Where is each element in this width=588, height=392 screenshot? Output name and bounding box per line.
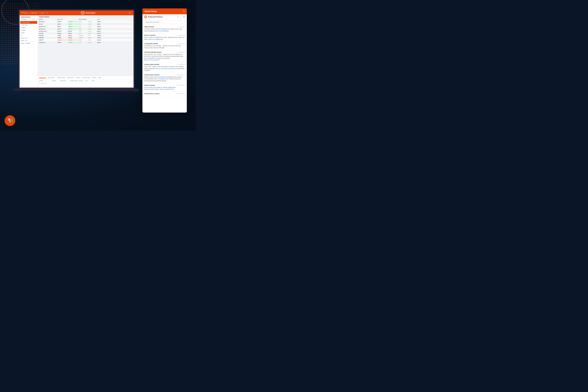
low-val: 2030.41 [97, 42, 105, 43]
sidebar-search[interactable]: 🔍 Search [20, 18, 37, 20]
daily-report-link[interactable]: ⊙ Daily Report [30, 12, 37, 14]
sidebar-item-fx[interactable]: FX [20, 34, 38, 37]
tab-opening-orders[interactable]: Opening Orders [48, 77, 55, 78]
payments-link[interactable]: ⊟ Payments [22, 12, 28, 14]
laptop-screen: ⊟ Payments ⊙ Daily Report ↪ Log Out ⚙ TN… [18, 9, 135, 89]
firehose-bar: Financial Firehose ↗ ⋮ ⚙ [142, 14, 187, 20]
table-row[interactable]: UK 100 7683.9 7686.5 +3.3 +0.02% 7666.0 [38, 23, 134, 26]
change-pct: +0% [88, 35, 97, 36]
tab-account-summary[interactable]: Account Summary [82, 77, 90, 78]
low-val: 17380.7 [97, 21, 105, 22]
more-options-icon[interactable]: ⋮ [180, 16, 182, 18]
table-row[interactable]: Germany 40 17493.0 17493.9 +74.5 +0.43% … [38, 20, 134, 23]
table-row[interactable]: US Tech 100 17907.3 17956.7 +55.2 +0.31%… [38, 28, 134, 30]
sidebar-item-popular-markets[interactable]: Popular Markets [20, 21, 37, 24]
tweet-time: 15 minutes ago [176, 64, 185, 65]
tab-activity-history[interactable]: Activity History [67, 77, 74, 78]
tweet-meta: Seeking Alpha tweeted 15 minutes ago [144, 64, 185, 65]
tweet-item-seeking-alpha[interactable]: Seeking Alpha tweeted 15 minutes ago $XR… [142, 62, 187, 73]
table-row[interactable]: Wall Street 30 39079.7 39082.3 +26.7 +0.… [38, 26, 134, 28]
sell-price: 39079.7 [57, 26, 68, 27]
sidebar-item-shares-us-minis[interactable]: Shares - US Minis [20, 42, 38, 44]
tweet-author: Seeking Alpha tweeted [144, 64, 159, 65]
tweet-feed[interactable]: CNBC tweeted a minute ago Tuesday's anal… [142, 25, 187, 112]
tweet-search-input[interactable] [144, 21, 185, 24]
tweet-item-reuters[interactable]: Reuters tweeted 34 minutes ago QIA to in… [142, 83, 187, 92]
tweet-author: Keith McCullough tweeted [144, 52, 162, 53]
tab-signal[interactable]: Signal [98, 77, 101, 78]
laptop-mockup: ⊟ Payments ⊙ Daily Report ↪ Log Out ⚙ TN… [18, 9, 138, 113]
tab-transaction-history[interactable]: Transaction History [57, 77, 65, 78]
market-name: USD/JPY [39, 40, 57, 40]
settings-icon[interactable]: ⚙ [47, 12, 48, 14]
change-val: +4.40 [79, 42, 88, 43]
market-name: US 500 (Per 10) [39, 31, 57, 32]
market-sidebar: Market Explorer 🔍 Search Popular Markets… [20, 15, 38, 88]
app-body: Market Explorer 🔍 Search Popular Markets… [20, 15, 134, 88]
app-header: ⊟ Payments ⊙ Daily Report ↪ Log Out ⚙ TN… [20, 10, 134, 15]
positions-header: MARKET AMOUNT OPEN PRICE CURRENT PRICE +… [39, 80, 132, 81]
sidebar-item-indices[interactable]: Indices [20, 32, 38, 34]
tab-information[interactable]: Information [76, 77, 80, 78]
external-link-icon[interactable]: ↗ [177, 16, 179, 18]
tweet-item-cnbc[interactable]: CNBC tweeted a minute ago Tuesday's anal… [142, 25, 187, 33]
table-row[interactable]: Gold (per 0.1) 2035.69 2035.99 +4.40 +0.… [38, 41, 134, 44]
popular-markets-title: Popular Markets [38, 15, 134, 18]
col-open-pl: +OPEN P/L [78, 80, 84, 81]
buy-price: 2033.79 [68, 33, 79, 34]
sidebar-item-fallers[interactable]: % Fallers [20, 29, 38, 32]
low-val: 17882.3 [97, 28, 105, 30]
market-name: Germany 40 [39, 21, 57, 22]
sell-price: 2033.54 [57, 33, 68, 34]
tweet-item-livesquawk[interactable]: LiveSquawk tweeted 11 minutes ago Scotia… [142, 42, 187, 50]
sell-price: 17493.0 [57, 21, 68, 22]
change-pct: +0.02% [88, 24, 97, 25]
change-val: -0.00034 [79, 37, 88, 38]
tweet-item-fxstreet-2[interactable]: FXStreet News tweeted 38 minutes ago [142, 92, 187, 96]
smart-news-panel: Smart News ≡ Financial Firehose ↗ ⋮ ⚙ CN… [142, 8, 187, 112]
tweet-item-fxstreet-1[interactable]: FXStreet News tweeted 28 minutes ago RBN… [142, 73, 187, 83]
tweet-content: Scotiabank Q1 24 Earnings: - Adj EPS C$1… [144, 45, 185, 49]
tweet-item-keith[interactable]: Keith McCullough tweeted 12 minutes ago … [142, 50, 187, 62]
table-row[interactable]: US 2000 2033.54 2033.79 +6.12 +0.3% 2023… [38, 32, 134, 34]
sell-price: 150.252 [57, 39, 68, 41]
settings-icon[interactable]: ⚙ [183, 16, 185, 18]
low-val: 7666.0 [97, 24, 105, 25]
change-pct: +0.07% [88, 26, 97, 27]
sell-price: 17907.3 [57, 28, 68, 30]
sidebar-item-in-the-news[interactable]: In The News [20, 24, 38, 26]
buy-price: 1.26823 [68, 37, 79, 38]
market-name: Gold (per 0.1) [39, 42, 57, 43]
firehose-label: Financial Firehose [148, 16, 176, 18]
tweet-item-barrons[interactable]: Barron's tweeted 5 minutes ago Bitcoin S… [142, 33, 187, 42]
tweet-time: 12 minutes ago [176, 52, 185, 53]
sidebar-item-shares-uk[interactable]: Shares - UK [20, 37, 38, 39]
tweet-author: LiveSquawk tweeted [144, 43, 158, 44]
logout-link[interactable]: ↪ Log Out [39, 12, 45, 14]
table-row[interactable]: US 500 (Per 10) 5072.55 5072.95 +5.97 +0… [38, 30, 134, 32]
table-row[interactable]: GBP/USD 1.26816 1.26823 -0.00034 -0.03% … [38, 37, 134, 39]
col-open-price: OPEN PRICE [60, 80, 70, 81]
brand-website: tradenation.com [184, 57, 186, 74]
smart-news-menu-icon[interactable]: ≡ [183, 10, 185, 13]
tweet-content: QIA to invest over $1 billion in venture… [144, 86, 185, 90]
table-row[interactable]: EUR/USD 1.08509 1.08512 +0.00004 +0% 1.0… [38, 34, 134, 37]
change-pct: +0.22% [88, 42, 97, 43]
change-val: +3.3 [79, 24, 88, 25]
tweet-content: Tuesday's analyst calls: Eli Lilly gets … [144, 28, 185, 32]
tweet-meta: Barron's tweeted 5 minutes ago [144, 34, 185, 36]
tab-open-positions[interactable]: Open Positions [39, 77, 46, 78]
sidebar-item-risers[interactable]: % Risers [20, 26, 38, 29]
sell-price: 2035.69 [57, 42, 68, 43]
sidebar-item-shares-us[interactable]: Shares - US [20, 39, 38, 42]
app-header-left: ⊟ Payments ⊙ Daily Report ↪ Log Out ⚙ [22, 12, 48, 14]
tweet-time: 34 minutes ago [176, 84, 185, 86]
firehose-dot [144, 16, 147, 18]
change-val: +0.00004 [79, 35, 88, 36]
table-row[interactable]: USD/JPY 150.252 150.257 -0.446 -0.3% 150… [38, 39, 134, 41]
buy-price: 5072.95 [68, 31, 79, 32]
tweet-search-container [142, 20, 187, 25]
col-sell-buy-2 [68, 19, 79, 20]
col-low: LOW [97, 19, 105, 20]
tab-my-alerts[interactable]: My Alerts [92, 77, 96, 78]
